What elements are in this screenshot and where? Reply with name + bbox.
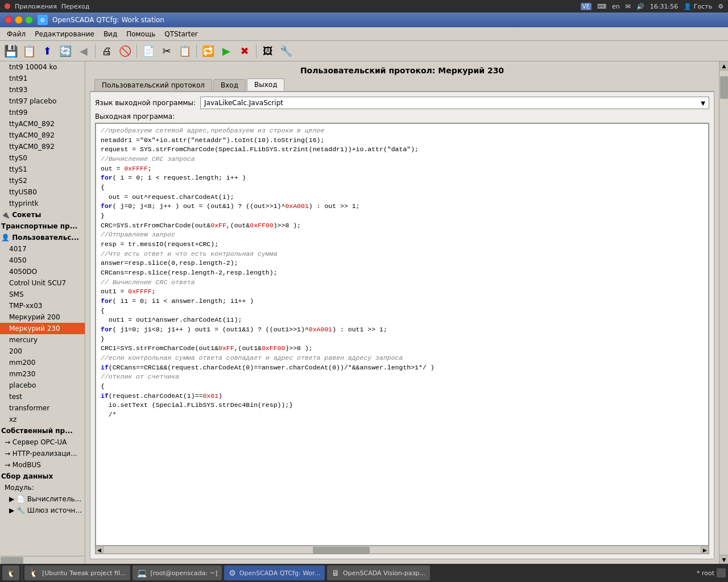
code-line: //Что есть ответ и что есть контрольная … xyxy=(101,250,704,259)
tab-output[interactable]: Выход xyxy=(247,78,284,91)
sidebar-item[interactable]: ttyS0 xyxy=(0,152,85,164)
content-pane: Пользовательский протокол: Меркурий 230 … xyxy=(85,61,719,564)
sidebar-hscroll[interactable] xyxy=(0,556,85,564)
sidebar-item[interactable]: → Сервер OPC-UA xyxy=(0,436,85,448)
close-button[interactable] xyxy=(5,16,13,24)
toolbar-btn-paste[interactable]: 📋 xyxy=(176,43,193,60)
sidebar-item[interactable]: 200 xyxy=(0,346,85,357)
taskbar-item-3[interactable]: ⚙ OpenSCADA QTCfg: Wor... xyxy=(224,566,325,580)
taskbar-label-2: [root@openscada: ~] xyxy=(150,569,217,577)
menu-view[interactable]: Вид xyxy=(99,29,122,39)
sidebar-item[interactable]: Сбор данных xyxy=(0,471,85,482)
code-line: // Вычисление CRC ответа xyxy=(101,278,704,288)
sys-menu-apps[interactable]: Приложения xyxy=(15,3,57,10)
lang-select[interactable]: JavaLikeCalc.JavaScript ▼ xyxy=(200,97,709,109)
toolbar-btn-img2[interactable]: 🔧 xyxy=(278,43,295,60)
sidebar-item[interactable]: TMP-xx03 xyxy=(0,300,85,311)
taskbar-item-4[interactable]: 🖥 OpenSCADA Vision-разр... xyxy=(327,566,430,580)
sidebar-item[interactable]: xz xyxy=(0,414,85,425)
toolbar-btn-2[interactable]: 📋 xyxy=(20,43,38,60)
sidebar-item[interactable]: tnt99 xyxy=(0,107,85,118)
sidebar-item[interactable]: mm230 xyxy=(0,368,85,380)
sidebar-item[interactable]: ttyS1 xyxy=(0,164,85,175)
code-line: for( j=0; j<8; j++ ) out = (out&1) ? ((o… xyxy=(101,202,704,211)
code-hscroll[interactable]: ◀ ▶ xyxy=(96,546,709,554)
toolbar-btn-1[interactable]: 💾 xyxy=(2,43,19,60)
toolbar-btn-img1[interactable]: 🖼 xyxy=(259,43,276,60)
sidebar-item[interactable]: tnt9 10004 ko xyxy=(0,61,85,73)
taskbar-right: * root xyxy=(697,568,726,577)
sidebar-item[interactable]: → HTTP-реализаци... xyxy=(0,448,85,459)
sidebar-item[interactable]: ▶ 📄 Вычислитель... xyxy=(0,493,85,505)
sidebar-item[interactable]: ttyACM0_892 xyxy=(0,141,85,152)
sidebar-item[interactable]: ttyS2 xyxy=(0,175,85,186)
toolbar-btn-cancel[interactable]: ✖ xyxy=(236,43,253,60)
code-line: for( i1 = 0; i1 < answer.length; i1++ ) xyxy=(101,297,704,306)
taskbar-item-1[interactable]: 🐧 [Ubuntu Tweak project fil... xyxy=(24,566,130,580)
sidebar-item[interactable]: mm200 xyxy=(0,357,85,368)
sys-settings[interactable]: ⚙ xyxy=(718,3,723,10)
sidebar-item[interactable]: test xyxy=(0,391,85,402)
sidebar-item[interactable]: tnt93 xyxy=(0,84,85,95)
tab-user-protocol[interactable]: Пользовательский протокол xyxy=(94,79,212,91)
sidebar-item[interactable]: ttyprintk xyxy=(0,198,85,209)
sidebar-container: tnt9 10004 kotnt91tnt93tnt97 placebotnt9… xyxy=(0,61,85,564)
sidebar-item[interactable]: 4050 xyxy=(0,255,85,266)
sidebar-item[interactable]: ttyACM0_892 xyxy=(0,130,85,141)
sidebar-item[interactable]: Меркурий 230 xyxy=(0,323,85,334)
sidebar-item[interactable]: 4050DO xyxy=(0,266,85,277)
taskbar: 🐧 🐧 [Ubuntu Tweak project fil... 💻 [root… xyxy=(0,564,728,582)
toolbar-btn-cut[interactable]: ✂ xyxy=(158,43,175,60)
code-line: } xyxy=(101,211,704,221)
sidebar-item[interactable]: Модуль: xyxy=(0,482,85,493)
sidebar-item[interactable]: Cotrol Unit SCU7 xyxy=(0,277,85,289)
sidebar-item[interactable]: mercury xyxy=(0,334,85,346)
sidebar-items: tnt9 10004 kotnt91tnt93tnt97 placebotnt9… xyxy=(0,61,85,556)
system-bar-left: Приложения Переход xyxy=(5,3,89,10)
sidebar-item[interactable]: 4017 xyxy=(0,243,85,255)
sidebar-item[interactable]: placebo xyxy=(0,380,85,391)
sidebar-item[interactable]: 🔌 Сокеты xyxy=(0,209,85,221)
toolbar-btn-copy[interactable]: 📄 xyxy=(140,43,157,60)
sidebar-item[interactable]: SMS xyxy=(0,289,85,300)
menu-qtstarter[interactable]: QTStarter xyxy=(160,29,202,39)
sidebar-item[interactable]: ▶ 🔧 Шлюз источн... xyxy=(0,505,85,516)
content-vscroll[interactable]: ▲ ▼ xyxy=(719,61,728,564)
toolbar-btn-stop[interactable]: 🚫 xyxy=(117,43,134,60)
taskbar-item-2[interactable]: 💻 [root@openscada: ~] xyxy=(133,566,222,580)
sidebar-item[interactable]: transformer xyxy=(0,402,85,414)
code-line: CRC=SYS.strFromCharCode(out&0xFF,(out&0x… xyxy=(101,221,704,231)
menu-edit[interactable]: Редактирование xyxy=(30,29,99,39)
sidebar-item[interactable]: 👤 Пользовательс... xyxy=(0,232,85,243)
toolbar-btn-back[interactable]: ◀ xyxy=(75,43,92,60)
sidebar-item[interactable]: Меркурий 200 xyxy=(0,311,85,323)
vscroll-up[interactable]: ▲ xyxy=(719,61,728,70)
toolbar-btn-run[interactable]: ▶ xyxy=(218,43,235,60)
tab-input[interactable]: Вход xyxy=(213,79,246,91)
sidebar-item[interactable]: Собственный пр... xyxy=(0,425,85,436)
sys-mail: ✉ xyxy=(626,3,631,10)
sidebar-item[interactable]: ttyUSB0 xyxy=(0,186,85,198)
window-title: OpenSCADA QTCfg: Work station xyxy=(52,16,164,24)
toolbar-btn-sync[interactable]: 🔁 xyxy=(200,43,217,60)
sidebar-item[interactable]: Транспортные пр... xyxy=(0,221,85,232)
vscroll-down[interactable]: ▼ xyxy=(719,555,728,564)
toolbar-btn-up[interactable]: ⬆ xyxy=(39,43,56,60)
sys-lang: en xyxy=(612,3,620,10)
taskbar-start[interactable]: 🐧 xyxy=(2,566,19,580)
menu-file[interactable]: Файл xyxy=(2,29,30,39)
sidebar-item[interactable]: ttyACM0_892 xyxy=(0,118,85,130)
code-editor[interactable]: //преобразуем сетевой адрес,преобразуем … xyxy=(96,123,709,546)
taskbar-icon-2: 💻 xyxy=(137,568,147,577)
minimize-button[interactable] xyxy=(15,16,23,24)
sidebar-item[interactable]: tnt97 placebo xyxy=(0,95,85,107)
sys-menu-nav[interactable]: Переход xyxy=(61,3,90,10)
menu-help[interactable]: Помощь xyxy=(122,29,160,39)
sidebar-item[interactable]: → ModBUS xyxy=(0,459,85,471)
vscroll-thumb[interactable] xyxy=(720,76,728,99)
code-line: request = SYS.strFromCharCode(Special.FL… xyxy=(101,145,704,155)
toolbar-btn-refresh[interactable]: 🔄 xyxy=(57,43,74,60)
toolbar-btn-print[interactable]: 🖨 xyxy=(98,43,115,60)
maximize-button[interactable] xyxy=(25,16,33,24)
sidebar-item[interactable]: tnt91 xyxy=(0,73,85,84)
